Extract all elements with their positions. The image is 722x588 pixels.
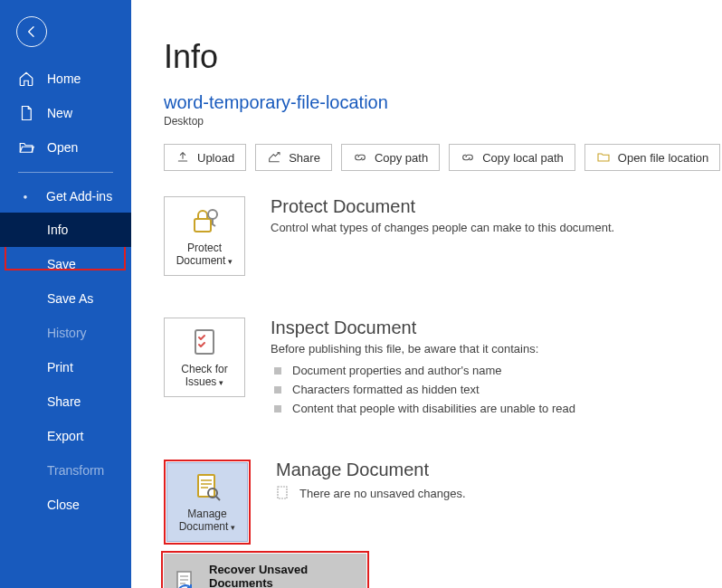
manage-document-button[interactable]: Manage Document▾ xyxy=(166,462,248,542)
sidebar-item-home[interactable]: Home xyxy=(0,62,131,96)
sidebar-item-info[interactable]: Info xyxy=(0,213,131,247)
check-for-issues-button[interactable]: Check for Issues▾ xyxy=(164,318,245,397)
sidebar-label: Close xyxy=(47,498,80,512)
blank-icon xyxy=(18,290,34,307)
open-file-location-button[interactable]: Open file location xyxy=(584,144,720,171)
svg-rect-3 xyxy=(198,475,214,497)
sidebar-label: Home xyxy=(47,71,81,86)
dot-icon: ● xyxy=(17,193,33,201)
arrow-left-icon xyxy=(24,24,39,39)
share-button[interactable]: Share xyxy=(255,144,332,171)
recover-title: Recover Unsaved Documents xyxy=(209,563,354,588)
folder-open-icon xyxy=(18,139,34,156)
document-title[interactable]: word-temporary-file-location xyxy=(164,92,722,113)
back-button[interactable] xyxy=(16,16,47,47)
highlight-box: Manage Document▾ xyxy=(164,460,251,545)
blank-icon xyxy=(18,462,34,479)
link-icon xyxy=(353,150,367,165)
sidebar-label: Get Add-ins xyxy=(46,189,112,204)
sidebar-item-save[interactable]: Save xyxy=(0,247,131,281)
sidebar-separator xyxy=(18,172,113,173)
section-title: Manage Document xyxy=(276,460,722,480)
protect-section: Protect Document▾ Protect Document Contr… xyxy=(164,196,722,276)
copy-local-path-button[interactable]: Copy local path xyxy=(449,144,575,171)
recover-unsaved-menu-item[interactable]: Recover Unsaved Documents Browse recent … xyxy=(164,554,366,588)
manage-section: Manage Document▾ Manage Document There a… xyxy=(164,460,722,545)
button-label: Copy local path xyxy=(482,151,564,165)
sidebar-label: New xyxy=(47,106,72,120)
blank-icon xyxy=(18,256,34,272)
sidebar-label: Share xyxy=(47,394,81,409)
blank-icon xyxy=(18,222,34,238)
document-recover-icon xyxy=(173,570,198,588)
inspect-section: Check for Issues▾ Inspect Document Befor… xyxy=(164,318,722,418)
sidebar-label: Save xyxy=(47,257,76,271)
button-label: Open file location xyxy=(618,151,708,165)
backstage-sidebar: Home New Open ● Get Add-ins Info Save xyxy=(0,0,131,588)
svg-point-1 xyxy=(208,210,217,219)
copy-path-button[interactable]: Copy path xyxy=(341,144,440,171)
page-icon xyxy=(18,105,34,121)
button-label: Check for Issues▾ xyxy=(165,363,244,388)
home-icon xyxy=(18,71,34,87)
sidebar-item-open[interactable]: Open xyxy=(0,130,131,165)
upload-button[interactable]: Upload xyxy=(164,144,246,171)
protect-document-button[interactable]: Protect Document▾ xyxy=(164,196,245,276)
page-title: Info xyxy=(164,38,722,76)
share-icon xyxy=(267,150,281,165)
blank-icon xyxy=(18,428,34,444)
upload-icon xyxy=(176,150,190,165)
sidebar-label: Open xyxy=(47,140,78,155)
button-label: Protect Document▾ xyxy=(165,242,244,267)
action-row: Upload Share Copy path Copy local path xyxy=(164,144,722,171)
manage-empty-text: There are no unsaved changes. xyxy=(299,487,466,500)
blank-icon xyxy=(18,394,34,410)
sidebar-item-save-as[interactable]: Save As xyxy=(0,281,131,316)
sidebar-item-history: History xyxy=(0,316,131,350)
document-icon xyxy=(276,486,290,500)
svg-rect-0 xyxy=(195,219,211,232)
sidebar-label: History xyxy=(47,326,87,340)
section-lead: Before publishing this file, be aware th… xyxy=(271,342,722,356)
link-icon xyxy=(461,150,475,165)
button-label: Upload xyxy=(197,151,234,165)
sidebar-item-print[interactable]: Print xyxy=(0,350,131,384)
sidebar-item-share[interactable]: Share xyxy=(0,384,131,419)
issues-list: Document properties and author's name Ch… xyxy=(271,361,722,418)
list-item: Content that people with disabilities ar… xyxy=(271,399,722,418)
svg-rect-5 xyxy=(278,487,287,498)
sidebar-item-get-addins[interactable]: ● Get Add-ins xyxy=(0,180,131,213)
button-label: Copy path xyxy=(375,151,428,165)
sidebar-item-close[interactable]: Close xyxy=(0,488,131,522)
section-title: Protect Document xyxy=(271,196,722,217)
sidebar-label: Print xyxy=(47,360,73,375)
sidebar-item-new[interactable]: New xyxy=(0,96,131,130)
list-item: Characters formatted as hidden text xyxy=(271,380,722,399)
blank-icon xyxy=(18,497,34,513)
sidebar-label: Transform xyxy=(47,463,104,478)
button-label: Share xyxy=(289,151,320,165)
document-location: Desktop xyxy=(164,115,722,128)
main-panel: Info word-temporary-file-location Deskto… xyxy=(131,0,722,588)
sidebar-label: Export xyxy=(47,429,83,443)
section-title: Inspect Document xyxy=(271,318,722,338)
document-search-icon xyxy=(192,471,223,502)
sidebar-item-transform: Transform xyxy=(0,453,131,488)
blank-icon xyxy=(18,325,34,341)
button-label: Manage Document▾ xyxy=(167,507,247,533)
sidebar-label: Save As xyxy=(47,291,93,306)
blank-icon xyxy=(18,359,34,375)
sidebar-label: Info xyxy=(47,223,68,237)
list-item: Document properties and author's name xyxy=(271,361,722,380)
checklist-icon xyxy=(189,327,220,357)
section-desc: Control what types of changes people can… xyxy=(271,221,722,234)
lock-icon xyxy=(189,205,220,236)
folder-icon xyxy=(596,150,611,165)
sidebar-item-export[interactable]: Export xyxy=(0,419,131,453)
